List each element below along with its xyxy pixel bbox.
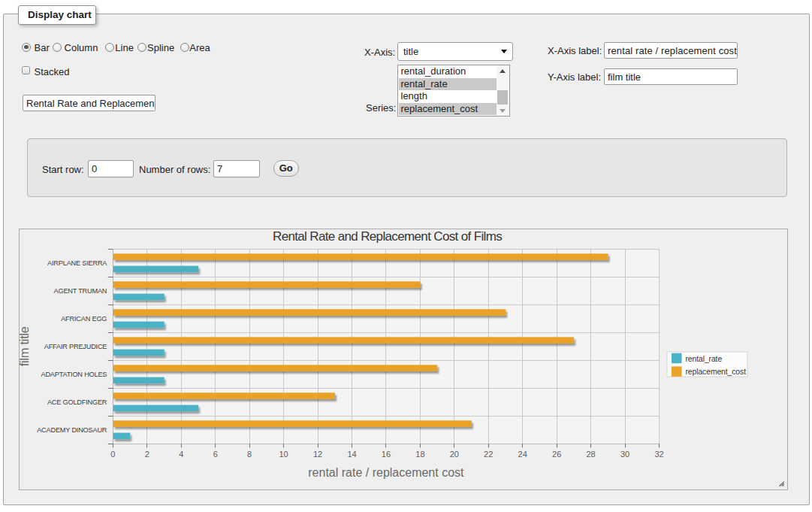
svg-text:16: 16 — [382, 450, 391, 459]
svg-text:18: 18 — [415, 450, 424, 459]
svg-text:AIRPLANE SIERRA: AIRPLANE SIERRA — [47, 259, 107, 267]
svg-text:rental rate / replacement cost: rental rate / replacement cost — [308, 466, 464, 479]
svg-text:12: 12 — [313, 450, 322, 459]
svg-text:10: 10 — [279, 450, 288, 459]
svg-text:ACE GOLDFINGER: ACE GOLDFINGER — [47, 398, 107, 406]
svg-text:ACADEMY DINOSAUR: ACADEMY DINOSAUR — [37, 426, 107, 434]
svg-text:rental_rate: rental_rate — [686, 355, 723, 363]
svg-text:4: 4 — [179, 450, 183, 459]
svg-text:AFFAIR PREJUDICE: AFFAIR PREJUDICE — [44, 343, 107, 350]
svg-text:28: 28 — [586, 450, 595, 459]
svg-text:30: 30 — [620, 450, 629, 459]
svg-text:AGENT TRUMAN: AGENT TRUMAN — [54, 287, 107, 295]
svg-text:AFRICAN EGG: AFRICAN EGG — [61, 315, 107, 323]
svg-text:film title: film title — [20, 326, 32, 366]
svg-text:replacement_cost: replacement_cost — [686, 368, 747, 376]
svg-text:20: 20 — [450, 450, 459, 459]
svg-text:8: 8 — [247, 450, 252, 459]
svg-text:Rental Rate and Replacement Co: Rental Rate and Replacement Cost of Film… — [273, 229, 502, 244]
svg-text:2: 2 — [145, 450, 149, 459]
svg-text:26: 26 — [552, 450, 561, 459]
svg-text:0: 0 — [110, 450, 115, 459]
svg-text:ADAPTATION HOLES: ADAPTATION HOLES — [41, 371, 107, 378]
svg-text:6: 6 — [213, 450, 218, 459]
svg-text:14: 14 — [347, 450, 356, 459]
svg-text:22: 22 — [484, 450, 493, 459]
svg-text:32: 32 — [654, 450, 663, 459]
svg-text:24: 24 — [518, 450, 527, 459]
